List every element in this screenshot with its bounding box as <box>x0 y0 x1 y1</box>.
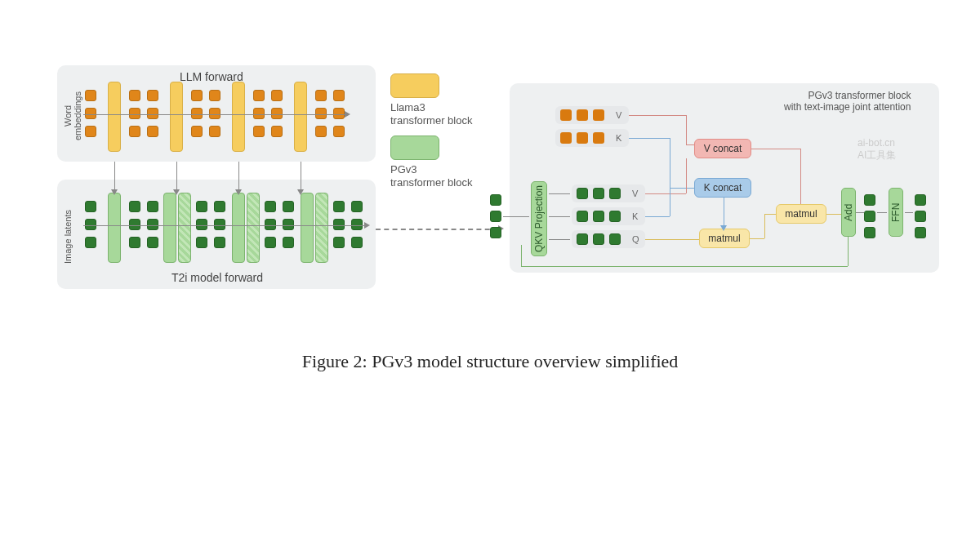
k-concat: K concat <box>694 178 751 198</box>
llm-ylabel: Word embeddings <box>63 83 82 149</box>
qkv-projection: QKV Projection <box>531 181 547 256</box>
v-concat: V concat <box>694 139 751 158</box>
text-v-label: V <box>616 110 621 120</box>
legend-yellow-text: Llama3 transformer block <box>390 101 472 127</box>
text-k-label: K <box>616 133 621 143</box>
figure-caption: Figure 2: PGv3 model structure overview … <box>0 351 980 372</box>
watermark: ai-bot.cn AI工具集 <box>858 137 896 162</box>
ffn-block: FFN <box>889 188 903 237</box>
dashed-connector <box>376 229 498 230</box>
img-k-label: K <box>632 211 638 221</box>
img-v-label: V <box>632 189 638 198</box>
legend-green-text: PGv3 transformer block <box>390 163 472 189</box>
right-title: PGv3 transformer block with text-image j… <box>784 90 911 113</box>
matmul-2: matmul <box>776 204 826 224</box>
add-block: Add <box>841 188 856 237</box>
legend-green-swatch <box>390 136 439 160</box>
img-q-label: Q <box>632 234 639 244</box>
legend-yellow-swatch <box>390 73 439 98</box>
t2i-ylabel: Image latents <box>63 204 73 269</box>
t2i-title: T2i model forward <box>172 271 263 284</box>
